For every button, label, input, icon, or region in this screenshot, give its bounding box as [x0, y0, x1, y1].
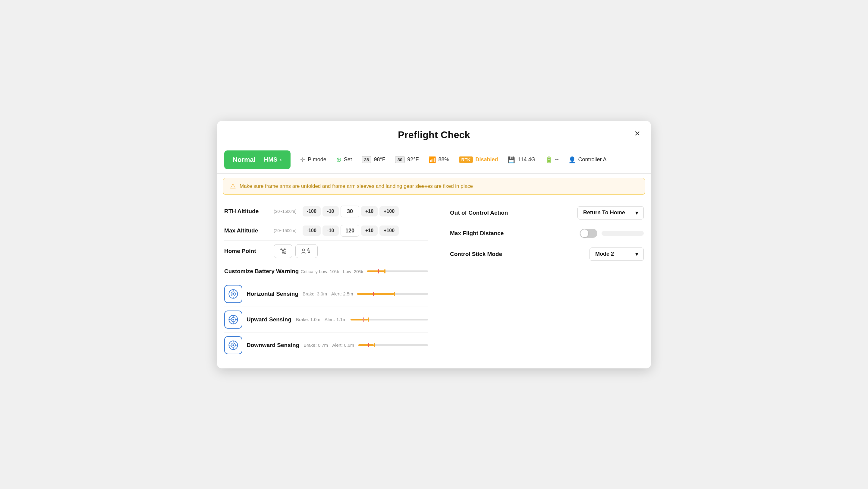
- max-alt-btn-group: -100 -10 120 +10 +100: [303, 225, 399, 237]
- max-alt-minus100-btn[interactable]: -100: [303, 225, 321, 236]
- rth-altitude-range: (20~1500m): [274, 209, 297, 214]
- p-mode-item: ✛ P mode: [300, 156, 327, 163]
- battery3-item: 🔋 --: [545, 156, 559, 163]
- battery2-item: 30 92°F: [395, 156, 419, 163]
- rth-minus10-btn[interactable]: -10: [322, 206, 339, 216]
- control-stick-value: Mode 2: [595, 251, 614, 257]
- flight-mode-badge[interactable]: Normal HMS ›: [224, 150, 290, 169]
- battery-warning-row: Customize Battery Warning Critically Low…: [224, 262, 428, 281]
- max-alt-plus100-btn[interactable]: +100: [379, 225, 399, 236]
- controller-icon: 👤: [568, 156, 576, 163]
- close-button[interactable]: ×: [634, 128, 640, 138]
- rth-btn-group: -100 -10 30 +10 +100: [303, 206, 399, 217]
- max-flight-distance-input: [601, 231, 644, 236]
- modal-title: Preflight Check: [398, 129, 470, 141]
- rth-altitude-label: RTH Altitude: [224, 208, 270, 215]
- svg-point-11: [232, 293, 234, 295]
- upward-alert-label: Alert: 1.1m: [324, 317, 347, 322]
- hms-button[interactable]: HMS ›: [264, 156, 282, 163]
- control-stick-row: Control Stick Mode Mode 2 ▾: [450, 243, 644, 265]
- svg-point-5: [303, 249, 305, 251]
- upward-slider-section: Brake: 1.0m Alert: 1.1m: [296, 317, 428, 322]
- battery2-level: 30: [395, 156, 405, 163]
- max-altitude-label: Max Altitude: [224, 227, 270, 234]
- max-flight-distance-label: Max Flight Distance: [450, 230, 576, 237]
- battery3-icon: 🔋: [545, 156, 553, 163]
- preflight-check-modal: Preflight Check × Normal HMS › ✛ P mode …: [217, 121, 651, 368]
- upward-brake-label: Brake: 1.0m: [296, 317, 320, 322]
- storage-label: 114.4G: [518, 156, 535, 163]
- storage-icon: 💾: [507, 156, 515, 163]
- upward-sensing-btn[interactable]: [224, 310, 242, 329]
- home-icon: ⊕: [336, 156, 341, 164]
- rth-altitude-row: RTH Altitude (20~1500m) -100 -10 30 +10 …: [224, 202, 428, 221]
- upward-sensing-label: Upward Sensing: [247, 316, 292, 323]
- two-col-layout: RTH Altitude (20~1500m) -100 -10 30 +10 …: [224, 199, 644, 361]
- control-stick-label: Control Stick Mode: [450, 251, 585, 257]
- downward-alert-label: Alert: 0.6m: [332, 342, 354, 347]
- horizontal-slider-track[interactable]: [357, 293, 428, 295]
- status-items: ✛ P mode ⊕ Set 28 98°F 30 92°F 📶 88% RTK: [300, 156, 644, 164]
- home-item: ⊕ Set: [336, 156, 352, 164]
- horizontal-sensing-icon: [228, 288, 239, 299]
- home-label: Set: [344, 156, 352, 163]
- normal-label: Normal: [233, 156, 255, 164]
- content-area: RTH Altitude (20~1500m) -100 -10 30 +10 …: [217, 199, 651, 368]
- rth-plus100-btn[interactable]: +100: [379, 206, 399, 216]
- max-flight-distance-row: Max Flight Distance: [450, 224, 644, 243]
- max-alt-plus10-btn[interactable]: +10: [361, 225, 378, 236]
- control-stick-chevron: ▾: [635, 251, 638, 257]
- downward-sensing-row: Downward Sensing Brake: 0.7m Alert: 0.6m: [224, 333, 428, 358]
- modal-header: Preflight Check ×: [217, 121, 651, 146]
- downward-slider-section: Brake: 0.7m Alert: 0.6m: [304, 342, 428, 347]
- horizontal-brake-label: Brake: 3.0m: [303, 291, 327, 296]
- home-point-pilot-btn[interactable]: A: [296, 244, 318, 258]
- home-point-drone-btn[interactable]: [274, 244, 292, 258]
- rtk-badge: RTK: [459, 156, 473, 163]
- controller-item: 👤 Controller A: [568, 156, 607, 163]
- downward-slider-track[interactable]: [358, 344, 428, 346]
- max-altitude-range: (20~1500m): [274, 228, 297, 233]
- upward-slider-track[interactable]: [350, 319, 428, 320]
- drone-home-icon: [279, 247, 287, 255]
- battery-slider-track[interactable]: [367, 270, 428, 272]
- left-column: RTH Altitude (20~1500m) -100 -10 30 +10 …: [224, 199, 428, 361]
- downward-sensing-btn[interactable]: [224, 336, 242, 354]
- rth-plus10-btn[interactable]: +10: [361, 206, 378, 216]
- out-of-control-dropdown[interactable]: Return To Home ▾: [578, 206, 644, 219]
- horizontal-sensing-btn[interactable]: [224, 285, 242, 303]
- battery1-item: 28 98°F: [362, 156, 385, 163]
- rth-minus100-btn[interactable]: -100: [303, 206, 321, 216]
- low-label: Low: 20%: [343, 269, 363, 274]
- horizontal-alert-label: Alert: 2.5m: [331, 291, 353, 296]
- rtk-status: Disabled: [475, 156, 498, 163]
- out-of-control-value: Return To Home: [583, 210, 625, 216]
- upward-sensing-icon: [228, 314, 239, 325]
- warning-bar: ⚠ Make sure frame arms are unfolded and …: [223, 178, 645, 195]
- svg-point-25: [232, 344, 234, 346]
- storage-item: 💾 114.4G: [507, 156, 535, 163]
- control-stick-dropdown[interactable]: Mode 2 ▾: [590, 247, 644, 261]
- max-alt-minus10-btn[interactable]: -10: [322, 225, 339, 236]
- downward-sensing-label: Downward Sensing: [247, 342, 299, 348]
- horizontal-sensing-row: Horizontal Sensing Brake: 3.0m Alert: 2.…: [224, 281, 428, 307]
- svg-point-18: [232, 319, 234, 320]
- warning-icon: ⚠: [230, 182, 236, 190]
- downward-brake-label: Brake: 0.7m: [304, 342, 328, 347]
- battery3-label: --: [555, 156, 559, 163]
- horizontal-slider-section: Brake: 3.0m Alert: 2.5m: [303, 291, 428, 296]
- right-column: Out of Control Action Return To Home ▾ M…: [440, 199, 644, 361]
- max-alt-value-display: 120: [341, 225, 359, 237]
- svg-point-4: [285, 252, 285, 253]
- warning-text: Make sure frame arms are unfolded and fr…: [240, 183, 473, 189]
- max-flight-distance-toggle[interactable]: [580, 229, 597, 238]
- out-of-control-chevron: ▾: [635, 210, 638, 216]
- pilot-home-icon: A: [301, 247, 312, 255]
- battery-slider-section: Critically Low: 10% Low: 20%: [301, 269, 428, 274]
- home-point-buttons: A: [274, 244, 318, 258]
- svg-point-7: [309, 251, 309, 252]
- signal-label: 88%: [438, 156, 450, 163]
- svg-text:A: A: [307, 247, 310, 251]
- horizontal-sensing-label: Horizontal Sensing: [247, 291, 299, 297]
- out-of-control-label: Out of Control Action: [450, 210, 573, 216]
